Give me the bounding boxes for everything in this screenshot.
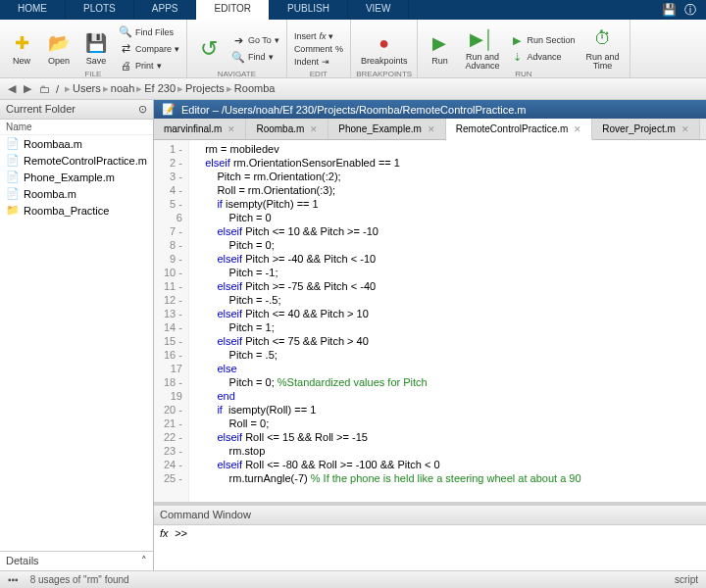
breakpoints-button[interactable]: ●Breakpoints [355,29,414,68]
close-icon[interactable]: ✕ [574,124,581,134]
nav-icon-block: ↺ [191,35,227,63]
main-tab-view[interactable]: VIEW [348,0,410,20]
status-usages: 8 usages of "rm" found [30,574,129,585]
editor-tab[interactable]: Roomba.m✕ [246,119,328,139]
insert-button[interactable]: Insert fx ▾ [291,30,346,42]
save-icon[interactable]: 💾 [662,3,677,17]
mfile-icon: 📄 [6,187,20,200]
ribbon-group-edit: Insert fx ▾ Comment % Indent ⇥ EDIT [287,20,351,77]
fx-icon: fx [160,527,169,539]
file-list: 📄Roombaa.m📄RemoteControlPractice.m📄Phone… [0,135,153,551]
close-icon[interactable]: ✕ [681,124,689,134]
ribbon-group-run: ▶Run ▶│Run and Advance ▶Run Section ⇣Adv… [418,20,630,77]
file-item[interactable]: 📁Roomba_Practice [0,202,153,219]
mfile-icon: 📄 [6,154,20,167]
run-time-button[interactable]: ⏱Run and Time [580,25,626,73]
editor-tab[interactable]: Rover_Project.m✕ [592,119,699,139]
command-window-title: Command Window [160,509,251,521]
breadcrumb[interactable]: Projects [185,82,225,94]
quick-access: 💾 ⓘ [662,0,706,20]
find-icon: 🔍 [231,50,245,64]
status-bar: ▪▪▪ 8 usages of "rm" found script [0,570,706,588]
folder-icon[interactable]: 🗀 [37,83,52,95]
breakpoint-icon: ● [373,31,396,55]
code-content[interactable]: rm = mobiledev elseif rm.OrientationSens… [189,140,706,502]
ribbon-group-file: ✚New 📂Open 💾Save 🔍Find Files ⇄Compare ▾ … [0,20,187,77]
compare-icon: ⇄ [119,42,132,56]
file-item[interactable]: 📄Roomba.m [0,185,153,202]
compare-button[interactable]: ⇄Compare ▾ [116,41,182,57]
new-button[interactable]: ✚New [4,29,39,68]
find-button[interactable]: 🔍Find ▾ [228,49,282,65]
open-icon: 📂 [47,31,71,55]
main-tab-plots[interactable]: PLOTS [66,0,134,20]
main-tab-apps[interactable]: APPS [134,0,197,20]
run-section-icon: ▶ [510,33,524,47]
find-files-button[interactable]: 🔍Find Files [116,24,182,40]
advance-button[interactable]: ⇣Advance [507,49,578,65]
breadcrumb-root[interactable]: / [56,83,59,95]
file-item[interactable]: 📄Phone_Example.m [0,169,153,185]
nav-icon: ↺ [197,37,221,61]
current-folder-panel: Current Folder⊙ Name 📄Roombaa.m📄RemoteCo… [0,100,154,570]
status-mode: script [675,574,698,585]
file-name-column[interactable]: Name [0,120,153,135]
indent-button[interactable]: Indent ⇥ [291,56,346,68]
open-button[interactable]: 📂Open [41,29,76,68]
run-icon: ▶ [428,31,451,55]
goto-icon: ➔ [231,33,245,47]
save-button[interactable]: 💾Save [78,29,114,68]
main-tab-home[interactable]: HOME [0,0,66,20]
editor-icon: 📝 [162,103,176,116]
run-time-icon: ⏱ [591,27,615,51]
close-icon[interactable]: ✕ [428,124,435,134]
editor-tab[interactable]: RemoteControlPractice.m✕ [446,119,592,140]
run-section-button[interactable]: ▶Run Section [507,32,578,48]
address-bar: ◀ ▶ 🗀 / ▸Users▸noah▸Ef 230▸Projects▸Room… [0,78,706,100]
line-gutter: 1 -2 -3 -4 -5 -6 7 -8 -9 -10 -11 -12 -13… [154,140,189,502]
back-icon[interactable]: ◀ [6,82,18,95]
command-prompt[interactable]: fx >> [154,525,706,570]
ribbon: ✚New 📂Open 💾Save 🔍Find Files ⇄Compare ▾ … [0,20,706,78]
busy-icon: ▪▪▪ [8,574,19,585]
editor-tab[interactable]: marvinfinal.m✕ [154,119,246,139]
help-icon[interactable]: ⓘ [684,2,696,19]
details-section[interactable]: Details˄ [0,551,153,570]
fx-icon: fx [319,31,326,41]
folder-icon: 📁 [6,204,20,217]
close-icon[interactable]: ✕ [227,124,235,134]
main-tab-publish[interactable]: PUBLISH [270,0,348,20]
ribbon-group-breakpoints: ●Breakpoints BREAKPOINTS [351,20,419,77]
main-tab-editor[interactable]: EDITOR [196,0,270,20]
goto-button[interactable]: ➔Go To ▾ [228,32,282,48]
code-editor[interactable]: 1 -2 -3 -4 -5 -6 7 -8 -9 -10 -11 -12 -13… [154,140,706,502]
forward-icon[interactable]: ▶ [22,82,33,95]
editor-titlebar: 📝Editor – /Users/noah/Ef 230/Projects/Ro… [154,100,706,119]
file-item[interactable]: 📄RemoteControlPractice.m [0,152,153,169]
file-item[interactable]: 📄Roombaa.m [0,135,153,152]
panel-menu-icon[interactable]: ⊙ [138,103,147,116]
editor-tab[interactable]: Phone_Example.m✕ [328,119,446,139]
indent-icon: ⇥ [322,57,329,67]
mfile-icon: 📄 [6,171,20,183]
add-tab-button[interactable]: + [700,119,706,139]
new-icon: ✚ [10,31,33,55]
breadcrumb[interactable]: Users [73,82,101,94]
find-files-icon: 🔍 [119,25,132,39]
chevron-up-icon: ˄ [141,555,147,567]
editor-tabstrip: marvinfinal.m✕Roomba.m✕Phone_Example.m✕R… [154,119,706,140]
command-window: Command Window⊙ fx >> [154,502,706,570]
breadcrumb[interactable]: noah [111,82,134,94]
close-icon[interactable]: ✕ [310,124,318,134]
ribbon-group-navigate: ↺ ➔Go To ▾ 🔍Find ▾ NAVIGATE [187,20,287,77]
save-icon: 💾 [84,31,108,55]
breadcrumb[interactable]: Ef 230 [144,82,176,94]
breadcrumb[interactable]: Roomba [234,82,276,94]
main-tabstrip: HOMEPLOTSAPPSEDITORPUBLISHVIEW 💾 ⓘ [0,0,706,20]
advance-icon: ⇣ [510,50,524,64]
run-button[interactable]: ▶Run [422,29,457,68]
mfile-icon: 📄 [6,137,20,150]
comment-button[interactable]: Comment % [291,43,346,55]
run-advance-button[interactable]: ▶│Run and Advance [459,25,505,73]
current-folder-title: Current Folder⊙ [0,100,153,120]
